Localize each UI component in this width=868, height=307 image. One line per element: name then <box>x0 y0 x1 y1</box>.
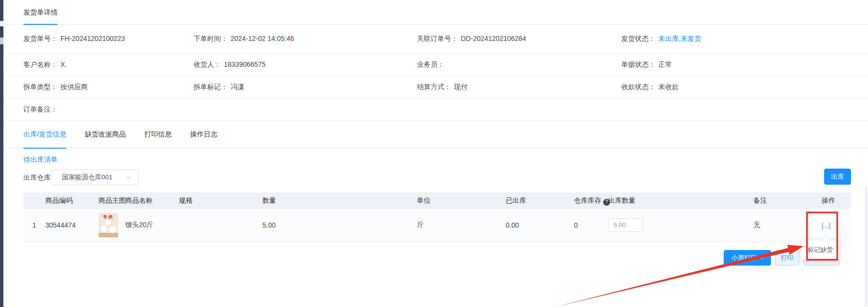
col-outbound-quantity: 出库数量 <box>608 192 753 209</box>
field-payment-status: 收款状态：未收款 <box>621 83 828 92</box>
page-title: 发货单详情 <box>23 8 58 25</box>
info-row-1: 发货单号：FH-20241202100223 下单时间：2024-12-02 1… <box>0 25 868 54</box>
collapsed-sidebar-strip <box>0 0 3 307</box>
outbound-quantity-cell <box>608 209 753 241</box>
field-delivery-status: 发货状态：未出库,未发货 <box>621 35 828 43</box>
col-spec: 规格 <box>179 192 262 209</box>
pending-outbound-list-link[interactable]: 待出库清单 <box>23 155 58 164</box>
col-unit: 单位 <box>417 192 506 209</box>
warehouse-stock: 0 <box>574 209 608 241</box>
col-product-image: 商品主图 <box>99 192 125 209</box>
bun-icon <box>100 225 108 232</box>
product-spec <box>179 209 262 241</box>
info-row-3: 拆单类型：按供应商 拆单标记：冯潇 结算方式：现付 收款状态：未收款 <box>0 76 868 98</box>
product-code: 30544474 <box>45 209 99 241</box>
tab-shortage-reassign-goods[interactable]: 缺货改派商品 <box>85 121 126 148</box>
tab-operation-log[interactable]: 操作日志 <box>190 121 217 148</box>
col-index <box>23 192 45 209</box>
field-split-type: 拆单类型：按供应商 <box>0 83 194 92</box>
mark-shortage-menu-item[interactable]: 标记缺货 <box>801 240 839 260</box>
outbound-button[interactable]: 出库 <box>824 169 851 185</box>
shipped-quantity: 0.00 <box>506 209 574 241</box>
warehouse-selected-value: 国家能源仓库001 <box>52 173 113 182</box>
chevron-down-icon <box>760 255 764 259</box>
col-shipped: 已出库 <box>506 192 574 209</box>
status-badge: 未出库,未发货 <box>658 35 701 42</box>
delivery-order-detail-page: 发货单详情 发货单号：FH-20241202100223 下单时间：2024-1… <box>0 0 868 307</box>
field-customer-name: 客户名称：X. <box>0 60 194 69</box>
col-note: 备注 <box>753 192 822 209</box>
field-order-remark: 订单备注： <box>0 105 194 114</box>
field-settlement: 结算方式：现付 <box>417 83 621 92</box>
field-split-mark: 拆单标记：冯潇 <box>194 83 417 92</box>
field-receiver: 收货人：18339066575 <box>194 60 417 69</box>
more-actions-trigger[interactable]: [...] <box>822 222 830 229</box>
field-salesman: 业务员： <box>417 60 621 69</box>
product-thumbnail[interactable]: 专供 <box>99 213 118 237</box>
table-header-row: 商品编码 商品主图 商品名称 规格 数量 单位 已出库 仓库库存? 出库数量 备… <box>23 192 851 209</box>
note: 无 <box>753 209 822 241</box>
field-delivery-no: 发货单号：FH-20241202100223 <box>0 35 194 43</box>
unit: 斤 <box>417 209 506 241</box>
col-actions: 操作 <box>822 192 851 209</box>
col-quantity: 数量 <box>262 192 417 209</box>
table-row: 1 30544474 专供 馒头20斤 5.00 斤 0.00 0 <box>23 209 851 241</box>
chevron-down-icon <box>127 174 131 178</box>
info-row-remark: 订单备注： <box>0 98 868 121</box>
bun-icon <box>108 226 117 233</box>
warehouse-select[interactable]: 国家能源仓库001 <box>52 170 138 185</box>
tab-outbound-delivery-info[interactable]: 出库/发货信息 <box>23 121 66 148</box>
print-button[interactable]: 打印 <box>775 250 799 266</box>
col-product-code: 商品编码 <box>45 192 99 209</box>
col-product-name: 商品名称 <box>125 192 179 209</box>
col-warehouse-stock: 仓库库存? <box>574 192 608 209</box>
info-row-2: 客户名称：X. 收货人：18339066575 业务员： 单据状态：正常 <box>0 54 868 76</box>
quantity: 5.00 <box>262 209 417 241</box>
tabs: 出库/发货信息 缺货改派商品 打印信息 操作日志 <box>23 121 236 148</box>
receipt-print-dropdown-button[interactable]: 小票打印 <box>724 250 771 266</box>
tab-bar: 出库/发货信息 缺货改派商品 打印信息 操作日志 小票打印 打印 打印条码 <box>0 121 868 148</box>
actions-popover: 标记缺货 <box>801 240 840 260</box>
scrollbar[interactable] <box>865 187 868 307</box>
title-bar: 发货单详情 <box>0 0 868 25</box>
goods-table: 商品编码 商品主图 商品名称 规格 数量 单位 已出库 仓库库存? 出库数量 备… <box>23 192 851 242</box>
product-name: 馒头20斤 <box>125 209 179 241</box>
product-image-cell: 专供 <box>99 209 125 241</box>
field-order-time: 下单时间：2024-12-02 14:05:46 <box>194 35 417 43</box>
tab-print-info[interactable]: 打印信息 <box>144 121 172 148</box>
order-info-section: 发货单号：FH-20241202100223 下单时间：2024-12-02 1… <box>0 25 868 121</box>
outbound-quantity-input[interactable] <box>608 218 643 232</box>
row-index: 1 <box>23 209 45 241</box>
field-related-order-no: 关联订单号：DD-20241202106284 <box>417 35 621 43</box>
field-doc-status: 单据状态：正常 <box>621 60 828 69</box>
